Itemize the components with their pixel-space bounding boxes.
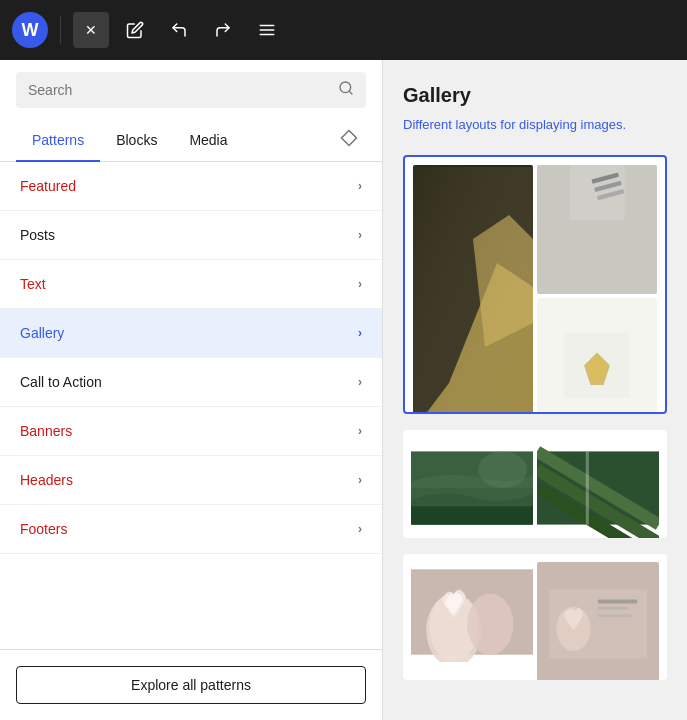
chevron-right-icon: › — [358, 522, 362, 536]
toolbar-divider — [60, 16, 61, 44]
list-container: Featured › Posts › Text › Gallery › Call… — [0, 162, 382, 649]
list-item[interactable]: Call to Action › — [0, 358, 382, 407]
list-item[interactable]: Footers › — [0, 505, 382, 554]
menu-button[interactable] — [249, 12, 285, 48]
gallery-preview-card-2[interactable] — [403, 430, 667, 538]
svg-rect-9 — [413, 167, 533, 415]
diamond-icon[interactable] — [332, 121, 366, 160]
svg-marker-5 — [342, 131, 357, 146]
gallery-image — [537, 165, 657, 294]
undo-icon — [170, 21, 188, 39]
list-item-label: Text — [20, 276, 46, 292]
list-item[interactable]: Text › — [0, 260, 382, 309]
gallery-grid — [405, 157, 665, 415]
chevron-right-icon: › — [358, 179, 362, 193]
wp-logo[interactable]: W — [12, 12, 48, 48]
svg-rect-30 — [598, 600, 637, 604]
edit-button[interactable] — [117, 12, 153, 48]
list-item-label: Banners — [20, 423, 72, 439]
chevron-right-icon: › — [358, 326, 362, 340]
gallery-title: Gallery — [403, 84, 667, 107]
search-box — [16, 72, 366, 108]
svg-rect-31 — [598, 607, 627, 610]
list-item[interactable]: Featured › — [0, 162, 382, 211]
list-item-label: Call to Action — [20, 374, 102, 390]
svg-point-28 — [467, 594, 513, 655]
gallery-preview-card-3[interactable] — [403, 554, 667, 680]
search-icon — [338, 80, 354, 100]
redo-icon — [214, 21, 232, 39]
gallery-description: Different layouts for displaying images. — [403, 115, 667, 135]
svg-line-4 — [349, 91, 352, 94]
right-panel: Gallery Different layouts for displaying… — [383, 60, 687, 720]
svg-rect-32 — [598, 614, 632, 617]
list-item[interactable]: Banners › — [0, 407, 382, 456]
pencil-icon — [126, 21, 144, 39]
gallery-image — [413, 165, 533, 415]
list-item-label: Headers — [20, 472, 73, 488]
svg-rect-24 — [586, 451, 589, 524]
list-item[interactable]: Posts › — [0, 211, 382, 260]
list-item-label: Featured — [20, 178, 76, 194]
list-item[interactable]: Headers › — [0, 456, 382, 505]
gallery-image — [411, 562, 533, 680]
list-item-label: Gallery — [20, 325, 64, 341]
search-container — [0, 60, 382, 120]
gallery-grid — [403, 430, 667, 538]
tab-media[interactable]: Media — [173, 120, 243, 162]
chevron-right-icon: › — [358, 424, 362, 438]
tab-patterns[interactable]: Patterns — [16, 120, 100, 162]
gallery-image — [411, 438, 533, 538]
list-item-label: Posts — [20, 227, 55, 243]
chevron-right-icon: › — [358, 277, 362, 291]
close-button[interactable]: ✕ — [73, 12, 109, 48]
main-area: Patterns Blocks Media Featured › Posts ›… — [0, 60, 687, 720]
list-item-label: Footers — [20, 521, 67, 537]
gallery-image — [537, 438, 659, 538]
gallery-image — [537, 562, 659, 680]
chevron-right-icon: › — [358, 473, 362, 487]
chevron-right-icon: › — [358, 375, 362, 389]
search-input[interactable] — [28, 82, 330, 98]
toolbar: W ✕ — [0, 0, 687, 60]
explore-all-patterns-button[interactable]: Explore all patterns — [16, 666, 366, 704]
gallery-preview-card-1[interactable] — [403, 155, 667, 415]
gallery-image — [537, 298, 657, 415]
redo-button[interactable] — [205, 12, 241, 48]
gallery-grid — [403, 554, 667, 680]
left-panel: Patterns Blocks Media Featured › Posts ›… — [0, 60, 383, 720]
explore-container: Explore all patterns — [0, 649, 382, 720]
chevron-right-icon: › — [358, 228, 362, 242]
svg-point-19 — [478, 451, 527, 488]
undo-button[interactable] — [161, 12, 197, 48]
menu-icon — [258, 21, 276, 39]
tabs-container: Patterns Blocks Media — [0, 120, 382, 162]
tab-blocks[interactable]: Blocks — [100, 120, 173, 162]
list-item-gallery[interactable]: Gallery › — [0, 309, 382, 358]
